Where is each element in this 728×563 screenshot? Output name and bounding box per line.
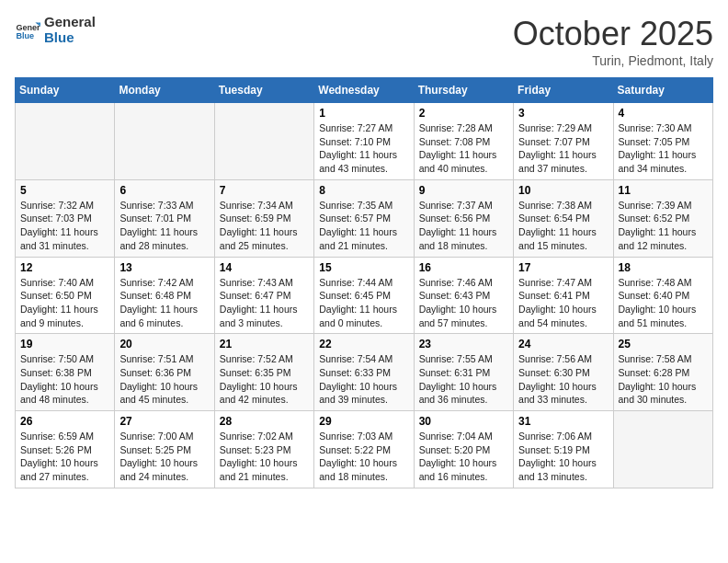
day-info: Sunrise: 7:38 AM Sunset: 6:54 PM Dayligh…	[518, 199, 608, 253]
calendar-cell: 9Sunrise: 7:37 AM Sunset: 6:56 PM Daylig…	[414, 179, 513, 257]
day-number: 27	[119, 415, 209, 428]
weekday-header-monday: Monday	[115, 78, 214, 103]
calendar-cell: 24Sunrise: 7:56 AM Sunset: 6:30 PM Dayli…	[514, 334, 613, 411]
day-number: 15	[319, 261, 408, 274]
weekday-header-sunday: Sunday	[16, 78, 115, 103]
day-info: Sunrise: 7:50 AM Sunset: 6:38 PM Dayligh…	[20, 352, 109, 407]
day-number: 17	[518, 261, 608, 274]
logo: General Blue General Blue	[15, 15, 96, 45]
calendar-cell: 25Sunrise: 7:58 AM Sunset: 6:28 PM Dayli…	[613, 334, 712, 411]
day-info: Sunrise: 7:58 AM Sunset: 6:28 PM Dayligh…	[619, 352, 708, 407]
day-info: Sunrise: 7:54 AM Sunset: 6:33 PM Dayligh…	[319, 352, 408, 407]
calendar-cell: 19Sunrise: 7:50 AM Sunset: 6:38 PM Dayli…	[16, 334, 115, 411]
day-info: Sunrise: 7:52 AM Sunset: 6:35 PM Dayligh…	[220, 352, 309, 407]
day-number: 29	[319, 415, 408, 428]
day-number: 16	[419, 261, 508, 274]
day-info: Sunrise: 7:48 AM Sunset: 6:40 PM Dayligh…	[619, 276, 708, 330]
day-info: Sunrise: 7:28 AM Sunset: 7:08 PM Dayligh…	[419, 121, 508, 176]
day-info: Sunrise: 7:30 AM Sunset: 7:05 PM Dayligh…	[619, 121, 708, 176]
day-info: Sunrise: 7:06 AM Sunset: 5:19 PM Dayligh…	[518, 430, 608, 484]
calendar-cell: 13Sunrise: 7:42 AM Sunset: 6:48 PM Dayli…	[115, 257, 214, 334]
calendar-cell: 10Sunrise: 7:38 AM Sunset: 6:54 PM Dayli…	[514, 179, 613, 257]
day-number: 23	[419, 338, 508, 350]
calendar-cell: 28Sunrise: 7:02 AM Sunset: 5:23 PM Dayli…	[214, 411, 313, 488]
day-number: 3	[518, 107, 608, 120]
day-number: 9	[419, 184, 508, 197]
day-number: 13	[119, 261, 209, 274]
calendar-cell: 14Sunrise: 7:43 AM Sunset: 6:47 PM Dayli…	[214, 257, 313, 334]
day-info: Sunrise: 7:02 AM Sunset: 5:23 PM Dayligh…	[220, 430, 309, 484]
calendar-cell: 22Sunrise: 7:54 AM Sunset: 6:33 PM Dayli…	[314, 334, 414, 411]
day-info: Sunrise: 7:35 AM Sunset: 6:57 PM Dayligh…	[319, 199, 408, 253]
day-info: Sunrise: 7:51 AM Sunset: 6:36 PM Dayligh…	[119, 352, 209, 407]
logo-icon: General Blue	[15, 17, 40, 43]
weekday-header-tuesday: Tuesday	[214, 78, 313, 103]
weekday-header-thursday: Thursday	[414, 78, 513, 103]
day-number: 10	[518, 184, 608, 197]
day-number: 5	[20, 184, 109, 197]
day-info: Sunrise: 7:34 AM Sunset: 6:59 PM Dayligh…	[220, 199, 309, 253]
title-block: October 2025 Turin, Piedmont, Italy	[513, 15, 713, 68]
day-info: Sunrise: 7:33 AM Sunset: 7:01 PM Dayligh…	[119, 199, 209, 253]
day-info: Sunrise: 6:59 AM Sunset: 5:26 PM Dayligh…	[20, 430, 109, 484]
calendar-cell: 17Sunrise: 7:47 AM Sunset: 6:41 PM Dayli…	[514, 257, 613, 334]
calendar-cell: 21Sunrise: 7:52 AM Sunset: 6:35 PM Dayli…	[214, 334, 313, 411]
day-number: 14	[220, 261, 309, 274]
day-number: 21	[220, 338, 309, 350]
calendar-cell: 18Sunrise: 7:48 AM Sunset: 6:40 PM Dayli…	[613, 257, 712, 334]
day-number: 25	[619, 338, 708, 350]
weekday-header-friday: Friday	[514, 78, 613, 103]
calendar-cell: 15Sunrise: 7:44 AM Sunset: 6:45 PM Dayli…	[314, 257, 414, 334]
calendar-cell: 3Sunrise: 7:29 AM Sunset: 7:07 PM Daylig…	[514, 103, 613, 180]
day-info: Sunrise: 7:47 AM Sunset: 6:41 PM Dayligh…	[518, 276, 608, 330]
weekday-header-wednesday: Wednesday	[314, 78, 414, 103]
day-number: 28	[220, 415, 309, 428]
day-number: 22	[319, 338, 408, 350]
month-title: October 2025	[513, 15, 713, 53]
day-info: Sunrise: 7:42 AM Sunset: 6:48 PM Dayligh…	[119, 276, 209, 330]
day-info: Sunrise: 7:43 AM Sunset: 6:47 PM Dayligh…	[220, 276, 309, 330]
day-info: Sunrise: 7:39 AM Sunset: 6:52 PM Dayligh…	[619, 199, 708, 253]
calendar-week-3: 12Sunrise: 7:40 AM Sunset: 6:50 PM Dayli…	[16, 257, 713, 334]
day-number: 1	[319, 107, 408, 120]
calendar-week-2: 5Sunrise: 7:32 AM Sunset: 7:03 PM Daylig…	[16, 179, 713, 257]
weekday-header-saturday: Saturday	[613, 78, 712, 103]
calendar-cell: 16Sunrise: 7:46 AM Sunset: 6:43 PM Dayli…	[414, 257, 513, 334]
calendar-cell: 7Sunrise: 7:34 AM Sunset: 6:59 PM Daylig…	[214, 179, 313, 257]
page-header: General Blue General Blue October 2025 T…	[15, 15, 713, 68]
calendar-cell: 11Sunrise: 7:39 AM Sunset: 6:52 PM Dayli…	[613, 179, 712, 257]
calendar-week-4: 19Sunrise: 7:50 AM Sunset: 6:38 PM Dayli…	[16, 334, 713, 411]
day-number: 11	[619, 184, 708, 197]
calendar-cell: 2Sunrise: 7:28 AM Sunset: 7:08 PM Daylig…	[414, 103, 513, 180]
day-number: 26	[20, 415, 109, 428]
day-info: Sunrise: 7:56 AM Sunset: 6:30 PM Dayligh…	[518, 352, 608, 407]
day-number: 24	[518, 338, 608, 350]
calendar-cell: 29Sunrise: 7:03 AM Sunset: 5:22 PM Dayli…	[314, 411, 414, 488]
calendar-cell: 12Sunrise: 7:40 AM Sunset: 6:50 PM Dayli…	[16, 257, 115, 334]
day-info: Sunrise: 7:44 AM Sunset: 6:45 PM Dayligh…	[319, 276, 408, 330]
location: Turin, Piedmont, Italy	[513, 53, 713, 68]
day-info: Sunrise: 7:04 AM Sunset: 5:20 PM Dayligh…	[419, 430, 508, 484]
day-info: Sunrise: 7:55 AM Sunset: 6:31 PM Dayligh…	[419, 352, 508, 407]
day-info: Sunrise: 7:46 AM Sunset: 6:43 PM Dayligh…	[419, 276, 508, 330]
day-info: Sunrise: 7:03 AM Sunset: 5:22 PM Dayligh…	[319, 430, 408, 484]
day-info: Sunrise: 7:40 AM Sunset: 6:50 PM Dayligh…	[20, 276, 109, 330]
day-number: 31	[518, 415, 608, 428]
weekday-header-row: SundayMondayTuesdayWednesdayThursdayFrid…	[16, 78, 713, 103]
day-number: 4	[619, 107, 708, 120]
calendar-cell	[115, 103, 214, 180]
calendar-cell: 26Sunrise: 6:59 AM Sunset: 5:26 PM Dayli…	[16, 411, 115, 488]
day-number: 7	[220, 184, 309, 197]
day-info: Sunrise: 7:29 AM Sunset: 7:07 PM Dayligh…	[518, 121, 608, 176]
day-number: 12	[20, 261, 109, 274]
calendar-cell: 8Sunrise: 7:35 AM Sunset: 6:57 PM Daylig…	[314, 179, 414, 257]
calendar-cell: 27Sunrise: 7:00 AM Sunset: 5:25 PM Dayli…	[115, 411, 214, 488]
svg-text:Blue: Blue	[16, 31, 34, 40]
calendar-cell	[214, 103, 313, 180]
day-info: Sunrise: 7:27 AM Sunset: 7:10 PM Dayligh…	[319, 121, 408, 176]
day-number: 8	[319, 184, 408, 197]
day-info: Sunrise: 7:32 AM Sunset: 7:03 PM Dayligh…	[20, 199, 109, 253]
calendar-cell	[613, 411, 712, 488]
day-info: Sunrise: 7:37 AM Sunset: 6:56 PM Dayligh…	[419, 199, 508, 253]
calendar-cell: 20Sunrise: 7:51 AM Sunset: 6:36 PM Dayli…	[115, 334, 214, 411]
